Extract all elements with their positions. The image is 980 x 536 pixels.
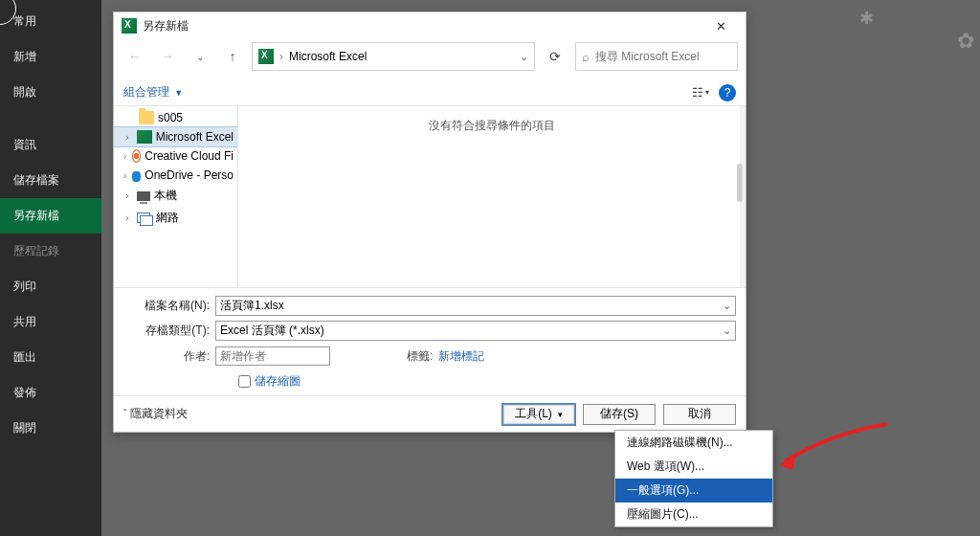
filetype-dropdown[interactable]: Excel 活頁簿 (*.xlsx)	[215, 321, 736, 341]
expand-icon[interactable]: ›	[122, 132, 133, 143]
forward-icon: →	[154, 43, 181, 70]
filename-label: 檔案名稱(N):	[123, 298, 215, 314]
tree-item-onedrive[interactable]: › OneDrive - Perso	[114, 166, 237, 185]
onedrive-icon	[132, 171, 141, 182]
breadcrumb-text[interactable]: Microsoft Excel	[289, 50, 367, 63]
tools-button[interactable]: 工具(L)	[502, 404, 575, 425]
sidebar-item-save[interactable]: 儲存檔案	[0, 163, 101, 198]
search-placeholder: 搜尋 Microsoft Excel	[595, 49, 700, 65]
help-icon[interactable]: ?	[719, 84, 736, 101]
search-input[interactable]: ⌕ 搜尋 Microsoft Excel	[575, 42, 738, 71]
back-icon: ←	[122, 43, 148, 70]
expand-icon[interactable]: ›	[122, 212, 133, 223]
thumbnail-checkbox-label: 儲存縮圖	[255, 373, 301, 390]
sidebar-item-history: 歷程記錄	[0, 234, 101, 269]
creative-cloud-icon	[132, 149, 141, 163]
network-icon	[137, 212, 152, 225]
sidebar-item-info[interactable]: 資訊	[0, 127, 101, 163]
backstage-sidebar: 常用 新增 開啟 資訊 儲存檔案 另存新檔 歷程記錄 列印 共用 匯出 發佈 關…	[0, 0, 101, 536]
sidebar-item-share[interactable]: 共用	[0, 304, 101, 340]
sidebar-item-publish[interactable]: 發佈	[0, 375, 101, 411]
search-icon: ⌕	[582, 50, 590, 64]
excel-app-icon	[122, 18, 137, 34]
tags-label: 標籤:	[407, 348, 433, 365]
nav-row: ← → ⌄ ↑ › Microsoft Excel ⌄ ⟳ ⌕ 搜尋 Micro…	[114, 39, 746, 79]
author-input[interactable]	[215, 346, 330, 366]
recent-dropdown-icon[interactable]: ⌄	[187, 43, 213, 70]
tree-item-cc[interactable]: › Creative Cloud Fi	[114, 146, 237, 166]
tree-item-network[interactable]: › 網路	[114, 207, 237, 229]
tree-label: OneDrive - Perso	[145, 168, 234, 182]
scrollbar[interactable]	[740, 106, 746, 287]
filetype-label: 存檔類型(T):	[123, 323, 215, 339]
sidebar-item-export[interactable]: 匯出	[0, 340, 101, 375]
excel-path-icon	[258, 49, 274, 64]
expand-icon[interactable]: ›	[122, 170, 128, 181]
close-icon[interactable]: ✕	[703, 14, 738, 37]
view-options-icon[interactable]: ☷▾	[690, 82, 711, 103]
sidebar-item-close[interactable]: 關閉	[0, 411, 101, 446]
save-button[interactable]: 儲存(S)	[583, 404, 656, 425]
dialog-footer: ˆ隱藏資料夾 工具(L) 儲存(S) 取消	[114, 395, 746, 432]
folder-icon	[139, 111, 154, 124]
breadcrumb-separator: ›	[279, 50, 283, 63]
address-bar[interactable]: › Microsoft Excel ⌄	[252, 42, 535, 71]
tools-dropdown-menu: 連線網路磁碟機(N)... Web 選項(W)... 一般選項(G)... 壓縮…	[614, 430, 773, 527]
filename-input[interactable]: 活頁簿1.xlsx	[215, 296, 736, 316]
excel-folder-icon	[137, 130, 152, 144]
sidebar-item-print[interactable]: 列印	[0, 269, 101, 304]
tree-label: 本機	[154, 188, 177, 204]
tree-label: Microsoft Excel	[156, 130, 234, 144]
dialog-title: 另存新檔	[143, 18, 703, 34]
expand-icon[interactable]: ›	[122, 151, 128, 162]
save-as-dialog: 另存新檔 ✕ ← → ⌄ ↑ › Microsoft Excel ⌄ ⟳ ⌕ 搜…	[113, 11, 746, 433]
sidebar-item-saveas[interactable]: 另存新檔	[0, 198, 101, 234]
cancel-button[interactable]: 取消	[663, 404, 736, 425]
deco-icon: ✱	[859, 8, 874, 29]
annotation-arrow	[777, 419, 892, 477]
tree-item-s005[interactable]: s005	[114, 108, 237, 127]
empty-state-text: 沒有符合搜尋條件的項目	[429, 118, 555, 134]
toolbar: 組合管理 ▼ ☷▾ ?	[114, 79, 746, 106]
menu-item-general-options[interactable]: 一般選項(G)...	[615, 479, 772, 502]
save-form: 檔案名稱(N): 活頁簿1.xlsx 存檔類型(T): Excel 活頁簿 (*…	[114, 287, 746, 395]
expand-icon[interactable]: ›	[122, 190, 133, 201]
organize-dropdown[interactable]: 組合管理 ▼	[123, 84, 183, 100]
pc-icon	[137, 191, 150, 201]
scrollbar-thumb[interactable]	[737, 164, 743, 202]
menu-item-map-drive[interactable]: 連線網路磁碟機(N)...	[615, 431, 772, 455]
file-list-panel: 沒有符合搜尋條件的項目	[237, 106, 746, 287]
menu-item-web-options[interactable]: Web 選項(W)...	[615, 455, 772, 479]
tree-label: s005	[158, 111, 183, 124]
tree-label: Creative Cloud Fi	[145, 149, 234, 163]
tree-item-excel[interactable]: › Microsoft Excel	[114, 127, 237, 146]
folder-tree: s005 › Microsoft Excel › Creative Cloud …	[114, 106, 238, 287]
sidebar-item-open[interactable]: 開啟	[0, 75, 101, 110]
up-icon[interactable]: ↑	[219, 43, 246, 70]
author-label: 作者:	[123, 348, 215, 365]
address-dropdown-icon[interactable]: ⌄	[520, 51, 528, 63]
menu-item-compress-pic[interactable]: 壓縮圖片(C)...	[615, 502, 772, 526]
tree-label: 網路	[156, 210, 179, 226]
sidebar-item-new[interactable]: 新增	[0, 39, 101, 75]
title-bar: 另存新檔 ✕	[114, 12, 746, 39]
deco-icon: ✿	[957, 29, 974, 54]
thumbnail-checkbox-input[interactable]	[238, 375, 251, 388]
tree-item-pc[interactable]: › 本機	[114, 185, 237, 207]
save-thumbnail-checkbox[interactable]: 儲存縮圖	[238, 373, 736, 390]
add-tag-link[interactable]: 新增標記	[438, 348, 484, 365]
refresh-icon[interactable]: ⟳	[541, 42, 569, 71]
hide-folders-toggle[interactable]: ˆ隱藏資料夾	[123, 406, 188, 422]
